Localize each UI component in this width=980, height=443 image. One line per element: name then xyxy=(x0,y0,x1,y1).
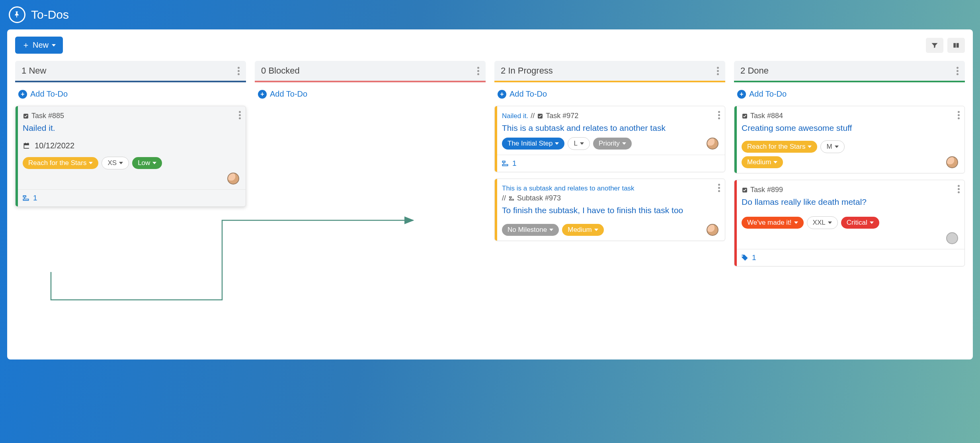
card-title[interactable]: Do llamas really like death metal? xyxy=(742,196,958,207)
add-todo-button[interactable]: + Add To-Do xyxy=(15,82,246,106)
card-title[interactable]: To finish the subtask, I have to finish … xyxy=(502,205,718,216)
card-pills: The Initial Step L Priority xyxy=(502,137,718,150)
priority-pill[interactable]: Medium xyxy=(742,156,783,168)
column-done: 2 Done + Add To-Do Task #884 Creating so… xyxy=(734,61,965,273)
add-todo-button[interactable]: + Add To-Do xyxy=(494,82,725,106)
task-breadcrumb: Nailed it. // Task #972 xyxy=(502,112,718,120)
card-menu-button[interactable] xyxy=(239,111,241,119)
columns: 1 New + Add To-Do Task #885 Nailed it. xyxy=(15,61,965,273)
card-title[interactable]: This is a subtask and relates to another… xyxy=(502,122,718,133)
card-menu-button[interactable] xyxy=(718,184,720,192)
parent-link[interactable]: This is a subtask and relates to another… xyxy=(502,185,634,192)
add-todo-button[interactable]: + Add To-Do xyxy=(255,82,486,106)
columns-icon xyxy=(952,41,960,49)
column-menu-button[interactable] xyxy=(957,67,959,75)
column-in-progress: 2 In Progress + Add To-Do Nailed it. // … xyxy=(494,61,725,247)
plus-circle-icon: + xyxy=(258,90,267,99)
milestone-pill[interactable]: We've made it! xyxy=(742,217,804,229)
card-footer[interactable]: 1 xyxy=(734,249,964,266)
column-title: 0 Blocked xyxy=(261,66,300,76)
subtask-icon xyxy=(22,194,30,202)
app-header: To-Dos xyxy=(0,0,980,29)
card-stripe xyxy=(734,106,737,173)
card-pills-row2: Medium xyxy=(742,156,958,168)
avatar[interactable] xyxy=(707,138,718,150)
avatar[interactable] xyxy=(707,224,718,236)
subtask-icon xyxy=(501,159,509,167)
card-menu-button[interactable] xyxy=(958,111,960,119)
milestone-pill[interactable]: Reach for the Stars xyxy=(742,141,817,153)
card-stripe xyxy=(16,106,18,206)
column-header-new: 1 New xyxy=(15,61,246,82)
parent-link[interactable]: Nailed it. xyxy=(502,112,528,120)
tag-icon xyxy=(741,254,749,262)
milestone-pill[interactable]: The Initial Step xyxy=(502,138,564,150)
size-pill[interactable]: L xyxy=(568,137,590,150)
card-title[interactable]: Creating some awesome stuff xyxy=(742,122,958,133)
column-header-done: 2 Done xyxy=(734,61,965,82)
card-task-899[interactable]: Task #899 Do llamas really like death me… xyxy=(734,180,965,266)
card-subtask-973[interactable]: This is a subtask and relates to another… xyxy=(494,179,725,241)
task-ref: // Subtask #973 xyxy=(502,194,718,202)
task-check-icon xyxy=(537,113,543,119)
column-header-blocked: 0 Blocked xyxy=(255,61,486,82)
card-title[interactable]: Nailed it. xyxy=(23,122,239,133)
milestone-pill[interactable]: No Milestone xyxy=(502,224,559,236)
column-title: 2 In Progress xyxy=(501,66,553,76)
card-stripe xyxy=(495,179,497,240)
plus-circle-icon: + xyxy=(737,90,746,99)
chevron-down-icon xyxy=(52,44,56,47)
card-footer[interactable]: 1 xyxy=(495,155,725,172)
avatar[interactable] xyxy=(946,156,958,168)
toolbar: New xyxy=(15,37,965,54)
card-task-885[interactable]: Task #885 Nailed it. 10/12/2022 Reach fo… xyxy=(15,106,246,207)
page-title: To-Dos xyxy=(31,8,69,21)
pin-icon xyxy=(9,6,25,23)
priority-pill[interactable]: Critical xyxy=(841,217,879,229)
card-menu-button[interactable] xyxy=(718,111,720,119)
card-stripe xyxy=(495,106,497,172)
priority-pill[interactable]: Priority xyxy=(593,138,632,150)
size-pill[interactable]: XXL xyxy=(807,216,838,229)
calendar-icon xyxy=(23,142,31,150)
card-footer[interactable]: 1 xyxy=(16,189,246,206)
card-date: 10/12/2022 xyxy=(23,141,239,150)
columns-button[interactable] xyxy=(947,38,965,53)
task-check-icon xyxy=(23,113,29,119)
card-pills: No Milestone Medium xyxy=(502,224,718,236)
subtask-icon xyxy=(508,195,515,202)
filter-icon xyxy=(931,41,939,49)
task-check-icon xyxy=(742,187,748,193)
column-menu-button[interactable] xyxy=(238,67,240,75)
new-button-label: New xyxy=(33,41,49,50)
card-pills: We've made it! XXL Critical xyxy=(742,216,958,229)
avatar[interactable] xyxy=(227,173,239,185)
column-header-in-progress: 2 In Progress xyxy=(494,61,725,82)
task-ref: Task #884 xyxy=(742,112,958,120)
task-breadcrumb: This is a subtask and relates to another… xyxy=(502,185,718,192)
new-button[interactable]: New xyxy=(15,37,63,54)
priority-pill[interactable]: Medium xyxy=(562,224,603,236)
task-ref: Task #885 xyxy=(23,112,239,120)
column-new: 1 New + Add To-Do Task #885 Nailed it. xyxy=(15,61,246,213)
size-pill[interactable]: M xyxy=(820,140,844,153)
column-title: 2 Done xyxy=(740,66,769,76)
card-task-884[interactable]: Task #884 Creating some awesome stuff Re… xyxy=(734,106,965,173)
column-menu-button[interactable] xyxy=(477,67,479,75)
filter-button[interactable] xyxy=(926,38,943,53)
milestone-pill[interactable]: Reach for the Stars xyxy=(23,157,98,169)
card-task-972[interactable]: Nailed it. // Task #972 This is a subtas… xyxy=(494,106,725,172)
column-menu-button[interactable] xyxy=(717,67,719,75)
column-blocked: 0 Blocked + Add To-Do xyxy=(255,61,486,106)
add-todo-button[interactable]: + Add To-Do xyxy=(734,82,965,106)
plus-circle-icon: + xyxy=(18,90,27,99)
card-pills: Reach for the Stars XS Low xyxy=(23,157,239,169)
column-title: 1 New xyxy=(21,66,46,76)
size-pill[interactable]: XS xyxy=(102,157,129,169)
avatar[interactable] xyxy=(946,232,958,244)
plus-circle-icon: + xyxy=(498,90,506,99)
priority-pill[interactable]: Low xyxy=(132,157,162,169)
card-menu-button[interactable] xyxy=(958,185,960,193)
task-ref: Task #899 xyxy=(742,186,958,194)
task-check-icon xyxy=(742,113,748,119)
